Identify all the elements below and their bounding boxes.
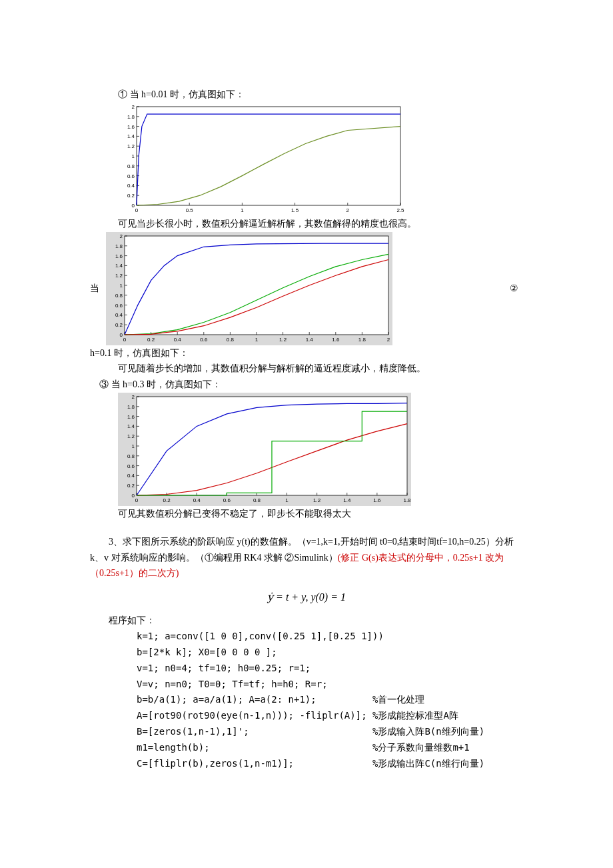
code-line: b=[2*k k]; X0=[0 0 0 0 ]; bbox=[137, 645, 523, 661]
svg-text:1.8: 1.8 bbox=[127, 404, 135, 410]
section1-title: ① 当 h=0.01 时，仿真图如下： bbox=[90, 87, 523, 103]
svg-text:0.5: 0.5 bbox=[186, 207, 194, 213]
svg-text:1.6: 1.6 bbox=[127, 414, 135, 420]
svg-rect-36 bbox=[125, 236, 388, 335]
svg-text:0.4: 0.4 bbox=[127, 183, 135, 189]
code-line: V=v; n=n0; T0=0; Tf=tf; h=h0; R=r; bbox=[137, 677, 523, 693]
section2-title: h=0.1 时，仿真图如下： bbox=[90, 345, 523, 361]
svg-text:0.6: 0.6 bbox=[127, 173, 135, 179]
svg-text:0.2: 0.2 bbox=[147, 337, 155, 343]
chart-1: 00.511.522.500.20.40.60.811.21.41.61.82 bbox=[118, 103, 523, 216]
svg-text:1.6: 1.6 bbox=[127, 123, 135, 129]
svg-text:1.8: 1.8 bbox=[403, 497, 411, 503]
svg-text:1: 1 bbox=[241, 207, 244, 213]
svg-text:0.4: 0.4 bbox=[193, 497, 201, 503]
svg-text:0.8: 0.8 bbox=[127, 163, 135, 169]
svg-text:0.8: 0.8 bbox=[127, 453, 135, 459]
svg-text:1.2: 1.2 bbox=[279, 337, 287, 343]
svg-text:2: 2 bbox=[387, 337, 390, 343]
svg-text:1.6: 1.6 bbox=[373, 497, 381, 503]
svg-text:2: 2 bbox=[119, 233, 123, 239]
code-block: k=1; a=conv([1 0 0],conv([0.25 1],[0.25 … bbox=[90, 629, 523, 771]
svg-text:1.2: 1.2 bbox=[115, 273, 123, 279]
svg-text:2: 2 bbox=[346, 207, 350, 213]
svg-text:1.5: 1.5 bbox=[291, 207, 299, 213]
code-line: m1=length(b); %分子系数向量维数m+1 bbox=[137, 740, 523, 756]
svg-text:0.4: 0.4 bbox=[115, 312, 123, 318]
svg-text:1.8: 1.8 bbox=[358, 337, 366, 343]
code-line: C=[fliplr(b),zeros(1,n-m1)]; %形成输出阵C(n维行… bbox=[137, 756, 523, 772]
svg-text:0.6: 0.6 bbox=[223, 497, 231, 503]
svg-text:1.4: 1.4 bbox=[127, 423, 135, 429]
svg-text:1.4: 1.4 bbox=[305, 337, 313, 343]
svg-text:0: 0 bbox=[135, 497, 139, 503]
program-label: 程序如下： bbox=[90, 613, 523, 629]
dang-char: 当 bbox=[90, 281, 101, 297]
code-line: k=1; a=conv([1 0 0],conv([0.25 1],[0.25 … bbox=[137, 629, 523, 645]
chart-2: 00.20.40.60.811.21.41.61.8200.20.40.60.8… bbox=[106, 232, 500, 345]
svg-text:1.8: 1.8 bbox=[115, 243, 123, 249]
svg-text:0.2: 0.2 bbox=[115, 322, 123, 328]
section2-conclusion: 可见随着步长的增加，其数值积分解与解析解的逼近程度减小，精度降低。 bbox=[90, 361, 523, 377]
svg-text:0.8: 0.8 bbox=[253, 497, 261, 503]
code-line: v=1; n0=4; tf=10; h0=0.25; r=1; bbox=[137, 661, 523, 677]
svg-text:1: 1 bbox=[132, 153, 135, 159]
svg-text:1.6: 1.6 bbox=[115, 253, 123, 259]
svg-text:1.4: 1.4 bbox=[127, 133, 135, 139]
chart-3: 00.20.40.60.811.21.41.61.800.20.40.60.81… bbox=[118, 393, 523, 506]
svg-text:0: 0 bbox=[123, 337, 127, 343]
svg-text:0: 0 bbox=[132, 493, 135, 499]
svg-text:2.5: 2.5 bbox=[396, 207, 404, 213]
svg-text:0.8: 0.8 bbox=[115, 292, 123, 298]
svg-text:0.2: 0.2 bbox=[163, 497, 171, 503]
svg-text:0.6: 0.6 bbox=[115, 302, 123, 308]
svg-text:0.4: 0.4 bbox=[127, 473, 135, 479]
svg-text:1.6: 1.6 bbox=[332, 337, 340, 343]
svg-text:0.2: 0.2 bbox=[127, 483, 135, 489]
svg-text:0: 0 bbox=[119, 332, 123, 338]
svg-text:1: 1 bbox=[132, 443, 135, 449]
svg-text:0: 0 bbox=[135, 207, 139, 213]
question-3: 3、求下图所示系统的阶跃响应 y(t)的数值解。（v=1,k=1,开始时间 t0… bbox=[90, 534, 523, 581]
svg-text:1.4: 1.4 bbox=[343, 497, 351, 503]
svg-text:0: 0 bbox=[132, 203, 135, 209]
svg-text:0.6: 0.6 bbox=[200, 337, 208, 343]
svg-text:0.8: 0.8 bbox=[227, 337, 235, 343]
code-line: A=[rot90(rot90(eye(n-1,n))); -fliplr(A)]… bbox=[137, 708, 523, 724]
svg-text:1: 1 bbox=[285, 497, 289, 503]
svg-text:1.2: 1.2 bbox=[313, 497, 321, 503]
section3-title: ③ 当 h=0.3 时，仿真图如下： bbox=[90, 377, 523, 393]
svg-rect-0 bbox=[137, 107, 400, 205]
formula: ẏ = t + y, y(0) = 1 bbox=[90, 588, 523, 606]
svg-text:1.2: 1.2 bbox=[127, 143, 135, 149]
code-line: B=[zeros(1,n-1),1]'; %形成输入阵B(n维列向量) bbox=[137, 724, 523, 740]
svg-text:2: 2 bbox=[132, 104, 135, 110]
svg-text:1.4: 1.4 bbox=[115, 263, 123, 269]
svg-text:0.6: 0.6 bbox=[127, 463, 135, 469]
svg-text:0.2: 0.2 bbox=[127, 193, 135, 199]
section1-conclusion: 可见当步长很小时，数值积分解逼近解析解，其数值解得的精度也很高。 bbox=[90, 216, 523, 232]
section3-conclusion: 可见其数值积分解已变得不稳定了，即步长不能取得太大 bbox=[90, 506, 523, 522]
svg-text:0.4: 0.4 bbox=[173, 337, 181, 343]
svg-text:1: 1 bbox=[255, 337, 259, 343]
svg-text:1: 1 bbox=[119, 283, 123, 289]
code-line: b=b/a(1); a=a/a(1); A=a(2: n+1); %首一化处理 bbox=[137, 692, 523, 708]
circled-2: ② bbox=[504, 281, 523, 297]
svg-text:1.8: 1.8 bbox=[127, 114, 135, 120]
svg-text:1.2: 1.2 bbox=[127, 433, 135, 439]
svg-text:2: 2 bbox=[132, 394, 135, 400]
